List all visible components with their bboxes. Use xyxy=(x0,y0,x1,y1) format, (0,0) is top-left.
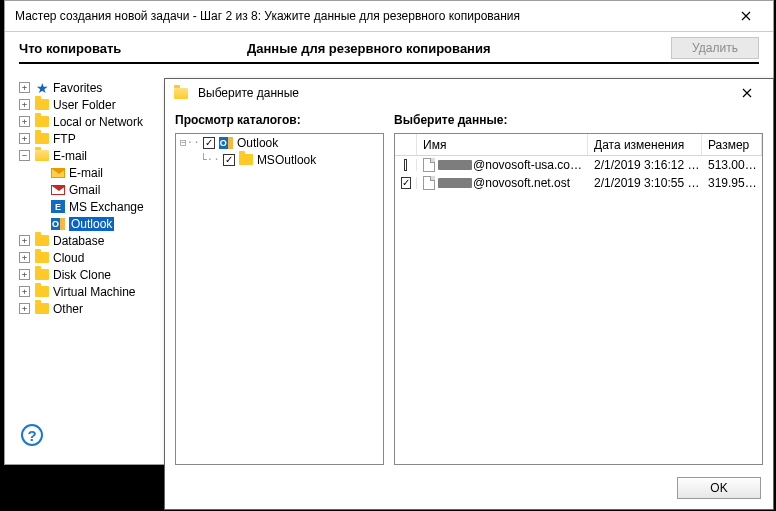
close-icon xyxy=(741,11,751,21)
folder-icon xyxy=(35,269,49,280)
file-date-cell: 2/1/2019 3:10:55 … xyxy=(588,176,702,190)
file-icon xyxy=(423,176,435,190)
tree-connector-icon: ⊟·· xyxy=(180,136,200,149)
tree-expander[interactable]: + xyxy=(19,82,30,93)
close-icon xyxy=(742,88,752,98)
file-name-suffix: @novosoft-usa.co… xyxy=(473,158,582,172)
file-row[interactable]: ✓@novosoft.net.ost2/1/2019 3:10:55 …319.… xyxy=(395,174,762,192)
tree-expander[interactable]: + xyxy=(19,303,30,314)
file-name-cell: @novosoft.net.ost xyxy=(417,176,588,190)
tree-item[interactable]: +Database xyxy=(19,232,174,249)
wizard-close-button[interactable] xyxy=(725,4,767,28)
tree-item[interactable]: +User Folder xyxy=(19,96,174,113)
folder-icon xyxy=(35,303,49,314)
column-date[interactable]: Дата изменения xyxy=(588,134,702,155)
catalog-checkbox[interactable]: ✓ xyxy=(203,137,215,149)
header-what-to-copy: Что копировать xyxy=(19,41,239,56)
tree-item[interactable]: +Other xyxy=(19,300,174,317)
folder-icon xyxy=(35,286,49,297)
ok-button[interactable]: OK xyxy=(677,477,761,499)
section-headers: Что копировать Данные для резервного коп… xyxy=(5,32,773,58)
tree-item[interactable]: +Disk Clone xyxy=(19,266,174,283)
tree-expander[interactable]: + xyxy=(19,99,30,110)
catalog-heading: Просмотр каталогов: xyxy=(175,113,384,127)
dialog-titlebar: Выберите данные xyxy=(165,79,773,107)
tree-item-label: MS Exchange xyxy=(69,200,144,214)
file-name-cell: @novosoft-usa.co… xyxy=(417,158,588,172)
tree-item[interactable]: E-mail xyxy=(19,164,174,181)
outlook-icon: O xyxy=(218,136,234,150)
tree-expander[interactable]: + xyxy=(19,235,30,246)
file-icon xyxy=(423,158,435,172)
folder-icon xyxy=(35,133,49,144)
tree-item[interactable]: EMS Exchange xyxy=(19,198,174,215)
ms-exchange-icon: E xyxy=(51,200,65,213)
file-list[interactable]: Имя Дата изменения Размер @novosoft-usa.… xyxy=(394,133,763,465)
catalog-tree[interactable]: ⊟·· ✓ O Outlook └·· ✓ MSOutlook xyxy=(175,133,384,465)
tree-item-label: Other xyxy=(53,302,83,316)
divider xyxy=(19,62,759,64)
file-row[interactable]: @novosoft-usa.co…2/1/2019 3:16:12 …513.0… xyxy=(395,156,762,174)
tree-item-label: Gmail xyxy=(69,183,100,197)
catalog-label: Outlook xyxy=(237,136,278,150)
source-tree[interactable]: +★Favorites+User Folder+Local or Network… xyxy=(19,79,174,404)
tree-item-label: Cloud xyxy=(53,251,84,265)
delete-button[interactable]: Удалить xyxy=(671,37,759,59)
tree-item[interactable]: +★Favorites xyxy=(19,79,174,96)
tree-item-label: FTP xyxy=(53,132,76,146)
dialog-close-button[interactable] xyxy=(727,82,767,104)
tree-expander[interactable]: + xyxy=(19,133,30,144)
tree-item-label: Disk Clone xyxy=(53,268,111,282)
file-size-cell: 513.00… xyxy=(702,158,762,172)
folder-icon xyxy=(238,153,254,167)
tree-item[interactable]: +Virtual Machine xyxy=(19,283,174,300)
folder-icon xyxy=(35,116,49,127)
tree-expander[interactable]: + xyxy=(19,252,30,263)
folder-open-icon xyxy=(173,86,189,100)
file-date-cell: 2/1/2019 3:16:12 … xyxy=(588,158,702,172)
tree-item[interactable]: Gmail xyxy=(19,181,174,198)
file-checkbox[interactable] xyxy=(404,159,407,171)
tree-item-label: Favorites xyxy=(53,81,102,95)
catalog-row-msoutlook[interactable]: └·· ✓ MSOutlook xyxy=(176,151,383,168)
header-backup-data: Данные для резервного копирования xyxy=(247,41,663,56)
file-list-header[interactable]: Имя Дата изменения Размер xyxy=(395,134,762,156)
file-name-suffix: @novosoft.net.ost xyxy=(473,176,570,190)
outlook-icon: O xyxy=(51,217,65,230)
folder-open-icon xyxy=(35,150,49,161)
column-size[interactable]: Размер xyxy=(702,134,762,155)
folder-icon xyxy=(35,252,49,263)
tree-item[interactable]: +Cloud xyxy=(19,249,174,266)
catalog-label: MSOutlook xyxy=(257,153,316,167)
wizard-titlebar: Мастер создания новой задачи - Шаг 2 из … xyxy=(5,1,773,31)
dialog-title: Выберите данные xyxy=(173,86,727,100)
help-button[interactable]: ? xyxy=(21,424,43,446)
tree-item-label: E-mail xyxy=(69,166,103,180)
redacted-segment xyxy=(438,178,472,188)
tree-item-label: Virtual Machine xyxy=(53,285,136,299)
tree-item-label: E-mail xyxy=(53,149,87,163)
tree-expander[interactable]: + xyxy=(19,286,30,297)
tree-expander[interactable]: + xyxy=(19,116,30,127)
tree-item-label: User Folder xyxy=(53,98,116,112)
tree-item-label: Database xyxy=(53,234,104,248)
wizard-title: Мастер создания новой задачи - Шаг 2 из … xyxy=(15,9,725,23)
star-icon: ★ xyxy=(36,81,49,95)
file-checkbox[interactable]: ✓ xyxy=(401,177,411,189)
folder-icon xyxy=(35,99,49,110)
tree-expander[interactable]: + xyxy=(19,269,30,280)
tree-item[interactable]: +Local or Network xyxy=(19,113,174,130)
dialog-title-text: Выберите данные xyxy=(198,86,299,100)
catalog-row-outlook[interactable]: ⊟·· ✓ O Outlook xyxy=(176,134,383,151)
tree-item[interactable]: −E-mail xyxy=(19,147,174,164)
tree-expander[interactable]: − xyxy=(19,150,30,161)
column-name[interactable]: Имя xyxy=(417,134,588,155)
gmail-icon xyxy=(51,185,65,195)
tree-item[interactable]: OOutlook xyxy=(19,215,174,232)
file-list-heading: Выберите данные: xyxy=(394,113,763,127)
mail-icon xyxy=(51,168,65,178)
folder-icon xyxy=(35,235,49,246)
catalog-checkbox[interactable]: ✓ xyxy=(223,154,235,166)
redacted-segment xyxy=(438,160,472,170)
tree-item[interactable]: +FTP xyxy=(19,130,174,147)
